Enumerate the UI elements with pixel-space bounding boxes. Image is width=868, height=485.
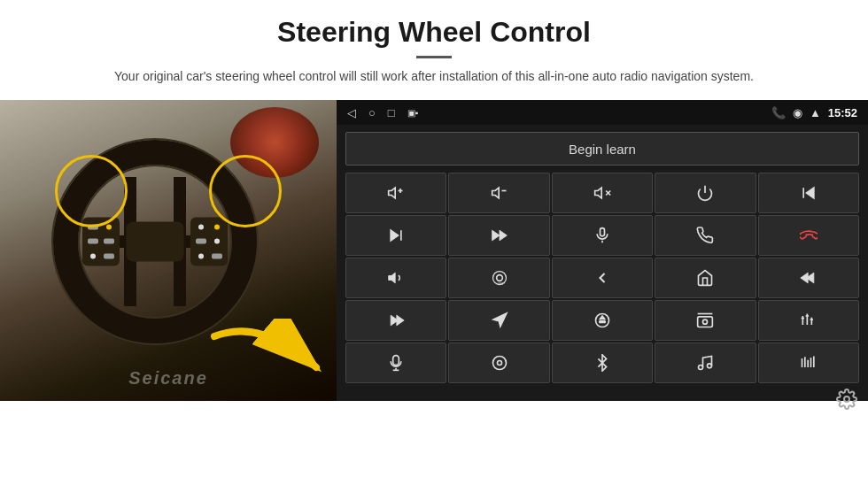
android-ui: ◁ ○ □ ▣▪ 📞 ◉ ▲ 15:52 Begin learn [337,100,868,401]
navigate-button[interactable] [448,300,549,341]
phone-status-icon: 📞 [771,106,786,119]
status-left: ◁ ○ □ ▣▪ [347,106,418,119]
svg-point-50 [844,396,849,402]
svg-rect-29 [600,321,606,323]
square-nav-icon: □ [388,106,395,119]
back-nav-icon: ◁ [347,106,356,119]
header-section: Steering Wheel Control Your original car… [0,0,868,95]
steering-wheel-image: Seicane [0,100,337,401]
settings2-button[interactable] [448,343,549,383]
phone-call-button[interactable] [655,215,756,256]
svg-point-44 [708,364,712,368]
home-button[interactable] [655,258,756,298]
hang-up-button[interactable] [758,215,859,256]
mute-button[interactable] [552,173,653,213]
speaker-button[interactable] [345,258,446,298]
vol-down-button[interactable] [448,173,549,213]
svg-marker-10 [806,188,813,198]
eject-button[interactable] [552,300,653,341]
fast-fwd2-button[interactable] [345,300,446,341]
svg-rect-17 [600,228,604,236]
seicane-watermark: Seicane [128,368,208,389]
svg-point-41 [492,357,506,370]
gear-icon[interactable] [836,389,857,410]
subtitle: Your original car's steering wheel contr… [80,67,788,86]
circle-nav-icon: ○ [368,106,376,119]
next-track-button[interactable] [345,215,446,256]
svg-marker-12 [391,230,398,241]
content-area: Seicane ◁ ○ □ ▣▪ 📞 ◉ ▲ 15:52 [0,100,868,401]
vol-up-button[interactable] [345,173,446,213]
bluetooth-button[interactable] [552,343,653,383]
svg-marker-4 [492,188,499,198]
svg-marker-14 [492,230,499,241]
location-status-icon: ◉ [793,106,802,119]
page-container: Steering Wheel Control Your original car… [0,0,868,485]
svg-marker-6 [595,188,602,198]
fast-forward-button[interactable] [448,215,549,256]
highlight-left [55,155,128,227]
mic-button[interactable] [552,215,653,256]
svg-text:360°: 360° [497,281,505,286]
svg-point-20 [496,275,502,281]
status-time: 15:52 [828,106,857,119]
svg-marker-27 [492,313,507,327]
svg-point-43 [699,366,703,370]
title-divider [416,56,452,58]
eq2-button[interactable] [758,343,859,383]
camera-360-button[interactable]: 360° [448,258,549,298]
svg-point-31 [703,319,708,324]
signal-icon: ▣▪ [407,108,419,118]
highlight-right [209,155,282,227]
status-right: 📞 ◉ ▲ 15:52 [771,106,857,119]
back-button[interactable] [552,258,653,298]
right-button-pad [190,218,228,266]
status-bar: ◁ ○ □ ▣▪ 📞 ◉ ▲ 15:52 [337,100,868,125]
wheel-hub [127,222,184,262]
mic2-button[interactable] [345,343,446,383]
begin-learn-button[interactable]: Begin learn [345,132,859,166]
radio-button[interactable] [655,300,756,341]
begin-learn-row: Begin learn [337,125,868,173]
power-button[interactable] [655,173,756,213]
svg-marker-26 [397,315,404,326]
svg-point-42 [497,361,501,366]
wifi-status-icon: ▲ [810,106,821,119]
prev-track-button[interactable] [758,173,859,213]
music-button[interactable] [655,343,756,383]
svg-marker-24 [801,273,808,283]
svg-rect-30 [698,317,713,327]
eq-button[interactable] [758,300,859,341]
control-grid: 360° [337,173,868,389]
settings-row [337,389,868,413]
svg-marker-19 [389,273,396,283]
yellow-arrow [205,319,329,385]
svg-marker-1 [389,188,396,198]
page-title: Steering Wheel Control [53,16,815,49]
skip-back-button[interactable] [758,258,859,298]
